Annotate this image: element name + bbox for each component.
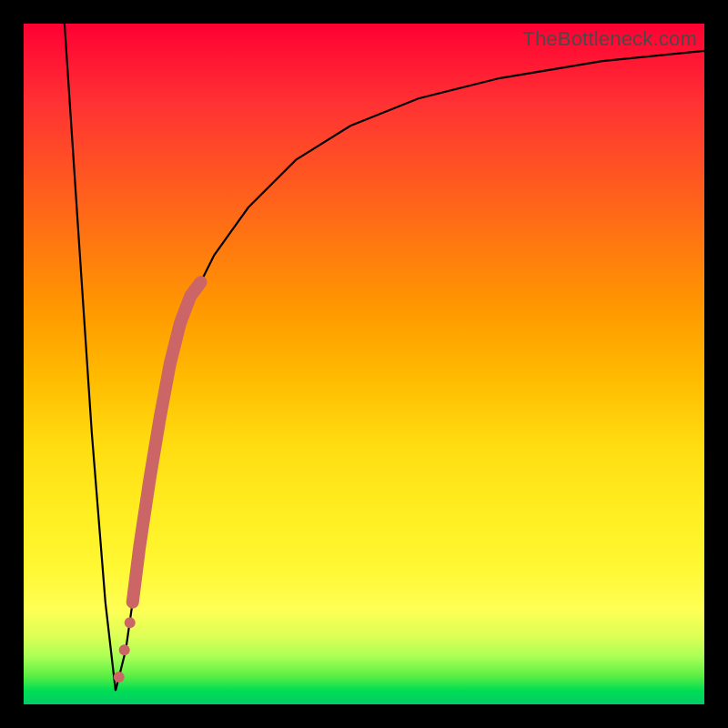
plot-area: TheBottleneck.com [24,24,704,704]
bottleneck-curve [65,24,704,691]
bottleneck-curve-svg [24,24,704,704]
highlight-dot [119,644,130,655]
highlight-dots [114,617,136,682]
highlight-dot [114,672,125,682]
highlight-thick-segment [133,282,201,602]
highlight-dot [125,617,136,628]
chart-frame: TheBottleneck.com [0,0,728,728]
